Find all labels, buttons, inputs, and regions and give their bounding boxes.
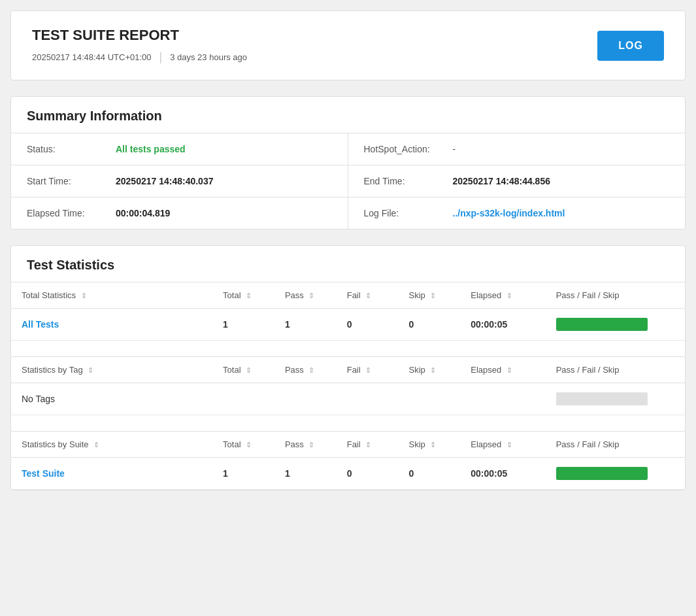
suite-col-fail[interactable]: Fail ⇕ [337,432,399,458]
report-title: TEST SUITE REPORT [32,27,247,44]
sort-icon: ⇕ [506,366,512,375]
sort-icon: ⇕ [246,366,252,375]
suite-col-elapsed[interactable]: Elapsed ⇕ [460,432,545,458]
test-statistics-section: Test Statistics Total Statistics ⇕ Total… [10,245,686,490]
no-tags-pass [274,383,337,415]
no-tags-bar-fill [556,392,648,405]
total-stats-col-pass[interactable]: Pass ⇕ [274,282,337,309]
test-suite-link[interactable]: Test Suite [11,458,212,490]
sort-icon: ⇕ [506,292,512,300]
test-suite-elapsed: 00:00:05 [460,458,545,490]
tag-col-fail[interactable]: Fail ⇕ [337,357,399,383]
sort-icon: ⇕ [506,441,512,449]
log-file-cell: Log File: ../nxp-s32k-log/index.html [348,197,686,229]
all-tests-pass: 1 [274,309,337,341]
no-tags-fail [337,383,399,415]
table-row: Test Suite 1 1 0 0 00:00:05 [11,458,685,490]
sort-icon: ⇕ [246,292,252,300]
summary-section: Summary Information Status: All tests pa… [10,96,686,230]
sort-icon: ⇕ [430,441,436,449]
no-tags-total [212,383,274,415]
log-file-label: Log File: [364,208,442,218]
test-suite-pass: 1 [274,458,337,490]
suite-col-name[interactable]: Statistics by Suite ⇕ [11,432,212,458]
sort-icon: ⇕ [308,366,314,375]
all-tests-link[interactable]: All Tests [11,309,212,341]
test-suite-bar-fill [556,467,648,480]
hotspot-label: HotSpot_Action: [364,144,442,154]
sort-icon: ⇕ [308,441,314,449]
sort-icon: ⇕ [308,292,314,300]
all-tests-bar-cell [546,309,685,341]
summary-title: Summary Information [11,97,685,133]
no-tags-skip [399,383,461,415]
sort-icon: ⇕ [365,366,371,375]
all-tests-total: 1 [212,309,274,341]
no-tags-name: No Tags [11,383,212,415]
total-stats-col-bar: Pass / Fail / Skip [546,282,685,309]
table-row: No Tags [11,383,685,415]
log-file-link[interactable]: ../nxp-s32k-log/index.html [453,208,565,218]
start-time-label: Start Time: [27,176,105,186]
total-stats-col-elapsed[interactable]: Elapsed ⇕ [460,282,545,309]
sort-icon: ⇕ [430,366,436,375]
total-statistics-table: Total Statistics ⇕ Total ⇕ Pass ⇕ Fail ⇕ [11,282,685,341]
tag-col-total[interactable]: Total ⇕ [212,357,274,383]
status-cell: Status: All tests passed [11,133,348,165]
tag-col-bar: Pass / Fail / Skip [546,357,685,383]
test-suite-fail: 0 [337,458,399,490]
total-stats-col-name[interactable]: Total Statistics ⇕ [11,282,212,309]
header-meta: 20250217 14:48:44 UTC+01:00 | 3 days 23 … [32,50,247,64]
tag-col-pass[interactable]: Pass ⇕ [274,357,337,383]
elapsed-time-label: Elapsed Time: [27,208,105,218]
sort-icon: ⇕ [246,441,252,449]
test-suite-skip: 0 [399,458,461,490]
total-stats-col-skip[interactable]: Skip ⇕ [399,282,461,309]
end-time-label: End Time: [364,176,442,186]
sort-icon: ⇕ [430,292,436,300]
all-tests-skip: 0 [399,309,461,341]
suite-col-skip[interactable]: Skip ⇕ [399,432,461,458]
timestamp: 20250217 14:48:44 UTC+01:00 [32,52,152,62]
table-row: All Tests 1 1 0 0 00:00:05 [11,309,685,341]
test-suite-total: 1 [212,458,274,490]
tag-col-name[interactable]: Statistics by Tag ⇕ [11,357,212,383]
stats-by-suite-table: Statistics by Suite ⇕ Total ⇕ Pass ⇕ Fai… [11,431,685,490]
status-label: Status: [27,144,105,154]
total-stats-col-total[interactable]: Total ⇕ [212,282,274,309]
sort-icon: ⇕ [81,292,87,300]
sort-icon: ⇕ [88,366,93,375]
stats-by-tag-header-row: Statistics by Tag ⇕ Total ⇕ Pass ⇕ Fail … [11,357,685,383]
sort-icon: ⇕ [365,441,371,449]
stats-by-tag-table: Statistics by Tag ⇕ Total ⇕ Pass ⇕ Fail … [11,356,685,415]
total-stats-header-row: Total Statistics ⇕ Total ⇕ Pass ⇕ Fail ⇕ [11,282,685,309]
no-tags-bar-cell [546,383,685,415]
suite-col-total[interactable]: Total ⇕ [212,432,274,458]
tag-col-elapsed[interactable]: Elapsed ⇕ [460,357,545,383]
tag-col-skip[interactable]: Skip ⇕ [399,357,461,383]
sort-icon: ⇕ [365,292,371,300]
end-time-cell: End Time: 20250217 14:48:44.856 [348,165,686,197]
hotspot-value: - [453,144,456,154]
stats-by-suite-header-row: Statistics by Suite ⇕ Total ⇕ Pass ⇕ Fai… [11,432,685,458]
test-statistics-title: Test Statistics [11,246,685,282]
suite-col-bar: Pass / Fail / Skip [546,432,685,458]
time-ago: 3 days 23 hours ago [170,52,247,62]
no-tags-elapsed [460,383,545,415]
test-suite-bar-cell [546,458,685,490]
start-time-value: 20250217 14:48:40.037 [116,176,213,186]
log-button[interactable]: LOG [597,31,664,61]
sort-icon: ⇕ [93,441,99,449]
no-tags-progress-bar [556,392,648,405]
header-card: TEST SUITE REPORT 20250217 14:48:44 UTC+… [10,10,686,80]
all-tests-progress-bar [556,318,648,331]
hotspot-cell: HotSpot_Action: - [348,133,686,165]
all-tests-bar-fill [556,318,648,331]
status-value: All tests passed [116,144,186,154]
test-suite-progress-bar [556,467,648,480]
start-time-cell: Start Time: 20250217 14:48:40.037 [11,165,348,197]
total-stats-col-fail[interactable]: Fail ⇕ [337,282,399,309]
header-left: TEST SUITE REPORT 20250217 14:48:44 UTC+… [32,27,247,64]
suite-col-pass[interactable]: Pass ⇕ [274,432,337,458]
meta-separator: | [159,50,163,64]
